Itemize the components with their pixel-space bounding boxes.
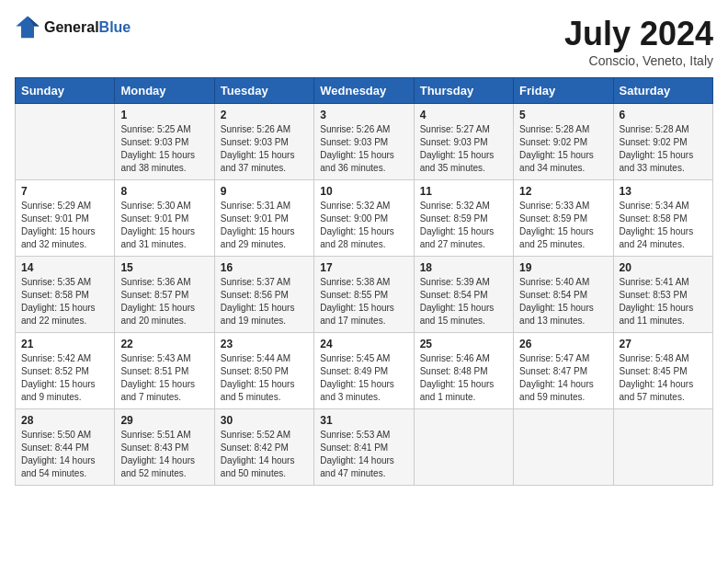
calendar-cell: 12Sunrise: 5:33 AM Sunset: 8:59 PM Dayli… bbox=[514, 180, 613, 257]
calendar-cell: 23Sunrise: 5:44 AM Sunset: 8:50 PM Dayli… bbox=[214, 333, 313, 409]
day-info: Sunrise: 5:28 AM Sunset: 9:02 PM Dayligh… bbox=[620, 123, 707, 175]
calendar-header-row: Sunday Monday Tuesday Wednesday Thursday… bbox=[16, 78, 713, 104]
day-number: 3 bbox=[320, 109, 407, 121]
day-number: 12 bbox=[519, 185, 607, 198]
day-number: 7 bbox=[21, 185, 108, 198]
calendar-week-2: 7Sunrise: 5:29 AM Sunset: 9:01 PM Daylig… bbox=[16, 180, 713, 257]
calendar-cell: 1Sunrise: 5:25 AM Sunset: 9:03 PM Daylig… bbox=[115, 104, 214, 180]
day-number: 1 bbox=[120, 109, 208, 121]
day-info: Sunrise: 5:44 AM Sunset: 8:50 PM Dayligh… bbox=[221, 352, 308, 404]
col-thursday: Thursday bbox=[414, 78, 513, 104]
day-info: Sunrise: 5:46 AM Sunset: 8:48 PM Dayligh… bbox=[420, 352, 507, 404]
day-info: Sunrise: 5:37 AM Sunset: 8:56 PM Dayligh… bbox=[221, 276, 308, 327]
calendar-cell: 13Sunrise: 5:34 AM Sunset: 8:58 PM Dayli… bbox=[613, 180, 712, 257]
day-info: Sunrise: 5:29 AM Sunset: 9:01 PM Dayligh… bbox=[21, 200, 108, 251]
day-number: 25 bbox=[420, 338, 507, 350]
month-title: July 2024 bbox=[564, 15, 713, 53]
day-number: 23 bbox=[221, 338, 308, 350]
logo: GeneralBlue bbox=[15, 15, 131, 40]
day-info: Sunrise: 5:26 AM Sunset: 9:03 PM Dayligh… bbox=[221, 123, 308, 175]
calendar-cell: 31Sunrise: 5:53 AM Sunset: 8:41 PM Dayli… bbox=[314, 409, 414, 486]
day-info: Sunrise: 5:31 AM Sunset: 9:01 PM Dayligh… bbox=[221, 200, 308, 251]
calendar-cell: 9Sunrise: 5:31 AM Sunset: 9:01 PM Daylig… bbox=[214, 180, 313, 257]
calendar-cell: 30Sunrise: 5:52 AM Sunset: 8:42 PM Dayli… bbox=[214, 409, 313, 486]
calendar-cell: 16Sunrise: 5:37 AM Sunset: 8:56 PM Dayli… bbox=[214, 257, 313, 333]
day-number: 15 bbox=[120, 261, 208, 274]
day-number: 31 bbox=[320, 414, 407, 427]
day-number: 21 bbox=[21, 338, 108, 350]
logo-icon bbox=[15, 15, 40, 40]
calendar-cell: 24Sunrise: 5:45 AM Sunset: 8:49 PM Dayli… bbox=[314, 333, 414, 409]
calendar-cell: 4Sunrise: 5:27 AM Sunset: 9:03 PM Daylig… bbox=[414, 104, 513, 180]
calendar-cell: 18Sunrise: 5:39 AM Sunset: 8:54 PM Dayli… bbox=[414, 257, 513, 333]
page-header: GeneralBlue July 2024 Conscio, Veneto, I… bbox=[15, 15, 713, 68]
calendar-cell: 22Sunrise: 5:43 AM Sunset: 8:51 PM Dayli… bbox=[115, 333, 214, 409]
day-info: Sunrise: 5:39 AM Sunset: 8:54 PM Dayligh… bbox=[420, 276, 507, 327]
day-number: 29 bbox=[120, 414, 208, 427]
calendar-cell: 28Sunrise: 5:50 AM Sunset: 8:44 PM Dayli… bbox=[16, 409, 115, 486]
calendar-cell: 26Sunrise: 5:47 AM Sunset: 8:47 PM Dayli… bbox=[514, 333, 613, 409]
day-number: 24 bbox=[320, 338, 407, 350]
calendar-cell: 14Sunrise: 5:35 AM Sunset: 8:58 PM Dayli… bbox=[16, 257, 115, 333]
day-info: Sunrise: 5:41 AM Sunset: 8:53 PM Dayligh… bbox=[620, 276, 707, 327]
calendar-cell: 25Sunrise: 5:46 AM Sunset: 8:48 PM Dayli… bbox=[414, 333, 513, 409]
calendar-week-5: 28Sunrise: 5:50 AM Sunset: 8:44 PM Dayli… bbox=[16, 409, 713, 486]
calendar-cell: 2Sunrise: 5:26 AM Sunset: 9:03 PM Daylig… bbox=[214, 104, 313, 180]
calendar-cell bbox=[16, 104, 115, 180]
day-info: Sunrise: 5:28 AM Sunset: 9:02 PM Dayligh… bbox=[519, 123, 607, 175]
day-number: 17 bbox=[320, 261, 407, 274]
calendar-cell bbox=[414, 409, 513, 486]
title-block: July 2024 Conscio, Veneto, Italy bbox=[564, 15, 713, 68]
day-info: Sunrise: 5:30 AM Sunset: 9:01 PM Dayligh… bbox=[120, 200, 208, 251]
day-number: 22 bbox=[120, 338, 208, 350]
day-number: 10 bbox=[320, 185, 407, 198]
calendar-week-1: 1Sunrise: 5:25 AM Sunset: 9:03 PM Daylig… bbox=[16, 104, 713, 180]
calendar-cell bbox=[514, 409, 613, 486]
day-number: 8 bbox=[120, 185, 208, 198]
day-info: Sunrise: 5:33 AM Sunset: 8:59 PM Dayligh… bbox=[519, 200, 607, 251]
day-info: Sunrise: 5:42 AM Sunset: 8:52 PM Dayligh… bbox=[21, 352, 108, 404]
calendar-table: Sunday Monday Tuesday Wednesday Thursday… bbox=[15, 77, 713, 486]
calendar-cell: 8Sunrise: 5:30 AM Sunset: 9:01 PM Daylig… bbox=[115, 180, 214, 257]
calendar-cell: 11Sunrise: 5:32 AM Sunset: 8:59 PM Dayli… bbox=[414, 180, 513, 257]
day-info: Sunrise: 5:51 AM Sunset: 8:43 PM Dayligh… bbox=[120, 429, 208, 480]
main-container: GeneralBlue July 2024 Conscio, Veneto, I… bbox=[0, 0, 728, 493]
calendar-cell: 27Sunrise: 5:48 AM Sunset: 8:45 PM Dayli… bbox=[613, 333, 712, 409]
day-number: 30 bbox=[221, 414, 308, 427]
day-number: 5 bbox=[519, 109, 607, 121]
day-number: 16 bbox=[221, 261, 308, 274]
calendar-week-4: 21Sunrise: 5:42 AM Sunset: 8:52 PM Dayli… bbox=[16, 333, 713, 409]
day-info: Sunrise: 5:38 AM Sunset: 8:55 PM Dayligh… bbox=[320, 276, 407, 327]
calendar-cell: 21Sunrise: 5:42 AM Sunset: 8:52 PM Dayli… bbox=[16, 333, 115, 409]
col-sunday: Sunday bbox=[16, 78, 115, 104]
day-info: Sunrise: 5:26 AM Sunset: 9:03 PM Dayligh… bbox=[320, 123, 407, 175]
day-number: 11 bbox=[420, 185, 507, 198]
day-info: Sunrise: 5:25 AM Sunset: 9:03 PM Dayligh… bbox=[120, 123, 208, 175]
logo-text: GeneralBlue bbox=[44, 19, 131, 36]
calendar-cell: 7Sunrise: 5:29 AM Sunset: 9:01 PM Daylig… bbox=[16, 180, 115, 257]
day-info: Sunrise: 5:52 AM Sunset: 8:42 PM Dayligh… bbox=[221, 429, 308, 480]
calendar-cell: 29Sunrise: 5:51 AM Sunset: 8:43 PM Dayli… bbox=[115, 409, 214, 486]
day-info: Sunrise: 5:27 AM Sunset: 9:03 PM Dayligh… bbox=[420, 123, 507, 175]
day-info: Sunrise: 5:47 AM Sunset: 8:47 PM Dayligh… bbox=[519, 352, 607, 404]
day-number: 19 bbox=[519, 261, 607, 274]
day-info: Sunrise: 5:43 AM Sunset: 8:51 PM Dayligh… bbox=[120, 352, 208, 404]
calendar-cell bbox=[613, 409, 712, 486]
day-info: Sunrise: 5:35 AM Sunset: 8:58 PM Dayligh… bbox=[21, 276, 108, 327]
calendar-cell: 6Sunrise: 5:28 AM Sunset: 9:02 PM Daylig… bbox=[613, 104, 712, 180]
col-monday: Monday bbox=[115, 78, 214, 104]
calendar-week-3: 14Sunrise: 5:35 AM Sunset: 8:58 PM Dayli… bbox=[16, 257, 713, 333]
day-info: Sunrise: 5:50 AM Sunset: 8:44 PM Dayligh… bbox=[21, 429, 108, 480]
calendar-cell: 5Sunrise: 5:28 AM Sunset: 9:02 PM Daylig… bbox=[514, 104, 613, 180]
day-number: 27 bbox=[620, 338, 707, 350]
day-info: Sunrise: 5:53 AM Sunset: 8:41 PM Dayligh… bbox=[320, 429, 407, 480]
day-number: 20 bbox=[620, 261, 707, 274]
col-friday: Friday bbox=[514, 78, 613, 104]
day-number: 18 bbox=[420, 261, 507, 274]
day-number: 14 bbox=[21, 261, 108, 274]
day-number: 26 bbox=[519, 338, 607, 350]
calendar-cell: 3Sunrise: 5:26 AM Sunset: 9:03 PM Daylig… bbox=[314, 104, 414, 180]
day-number: 13 bbox=[620, 185, 707, 198]
calendar-cell: 19Sunrise: 5:40 AM Sunset: 8:54 PM Dayli… bbox=[514, 257, 613, 333]
day-info: Sunrise: 5:32 AM Sunset: 9:00 PM Dayligh… bbox=[320, 200, 407, 251]
